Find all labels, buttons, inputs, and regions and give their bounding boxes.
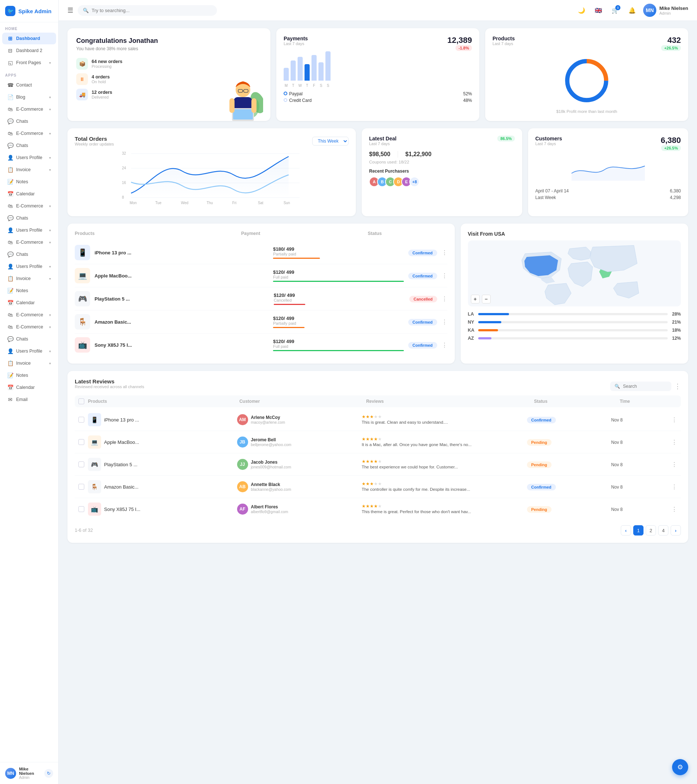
menu-icon[interactable]: ☰ bbox=[67, 6, 73, 14]
row-more-options[interactable]: ⋮ bbox=[442, 318, 447, 326]
sidebar-item-ecommerce1[interactable]: 🛍 E-Commerce ▾ bbox=[2, 103, 56, 115]
row-more-options[interactable]: ⋮ bbox=[442, 249, 447, 256]
logo-icon: 🐦 bbox=[5, 6, 15, 16]
sidebar-item-invoice2[interactable]: 📋 Invoice ▾ bbox=[2, 273, 56, 285]
reviews-more-options[interactable]: ⋮ bbox=[674, 382, 681, 390]
sidebar-item-chats1[interactable]: 💬 Chats bbox=[2, 115, 56, 127]
reviews-search-input[interactable] bbox=[623, 384, 667, 389]
page-1-button[interactable]: 1 bbox=[633, 525, 643, 535]
customer-info: Jerome Bell belljerome@yahoo.com bbox=[251, 437, 291, 447]
payments-header: Payments Last 7 days 12,389 -1.8% bbox=[284, 36, 472, 51]
payment-amount: $180/ 499 bbox=[273, 246, 403, 252]
sidebar-user-refresh-button[interactable]: ↻ bbox=[44, 769, 53, 778]
page-4-button[interactable]: 4 bbox=[658, 525, 668, 535]
sidebar-item-ecommerce4[interactable]: 🛍 E-Commerce ▾ bbox=[2, 236, 56, 248]
sidebar-item-chats2[interactable]: 💬 Chats bbox=[2, 140, 56, 152]
deal-divider bbox=[398, 151, 398, 158]
row-more-options[interactable]: ⋮ bbox=[442, 295, 447, 302]
chevron-down-icon: ▾ bbox=[49, 95, 51, 99]
row-more-options[interactable]: ⋮ bbox=[671, 439, 677, 446]
week-selector[interactable]: This Week Last Week bbox=[312, 137, 348, 145]
order-hold-icon: ⏸ bbox=[76, 73, 88, 85]
purchasers-label: Recent Purchasers bbox=[369, 169, 515, 174]
products-value-group: 432 +26.5% bbox=[661, 36, 681, 51]
zoom-out-button[interactable]: − bbox=[482, 295, 491, 303]
sidebar-item-notes3[interactable]: 📝 Notes bbox=[2, 369, 56, 381]
product-image: 📺 bbox=[88, 502, 101, 516]
review-time: Nov 8 bbox=[611, 462, 668, 467]
search-bar[interactable]: 🔍 bbox=[78, 5, 217, 16]
star: ★ bbox=[378, 504, 382, 509]
sidebar-item-front-pages[interactable]: ◱ Front Pages ▾ bbox=[2, 57, 56, 69]
row-checkbox[interactable] bbox=[79, 461, 84, 467]
sidebar-item-contact[interactable]: ☎ Contact bbox=[2, 79, 56, 91]
sidebar-item-calendar3[interactable]: 📅 Calendar bbox=[2, 382, 56, 393]
pagination-prev[interactable]: ‹ bbox=[621, 525, 631, 535]
sidebar-item-ecommerce2[interactable]: 🛍 E-Commerce ▾ bbox=[2, 128, 56, 139]
fab-settings[interactable]: ⚙ bbox=[672, 759, 688, 775]
sidebar-item-invoice3[interactable]: 📋 Invoice ▾ bbox=[2, 357, 56, 369]
product-image: 🪑 bbox=[88, 480, 101, 493]
sidebar-item-notes2[interactable]: 📝 Notes bbox=[2, 285, 56, 296]
sidebar-logo[interactable]: 🐦 Spike Admin bbox=[0, 0, 58, 22]
latest-deal-badge: 86.5% bbox=[497, 136, 515, 142]
star: ★ bbox=[362, 459, 366, 464]
sidebar-item-email[interactable]: ✉ Email bbox=[2, 394, 56, 405]
cart-icon-button[interactable]: 🛒 0 bbox=[610, 4, 621, 16]
sidebar-item-label: E-Commerce bbox=[16, 131, 46, 136]
sidebar-item-users-profile2[interactable]: 👤 Users Profile ▾ bbox=[2, 224, 56, 236]
sidebar-user[interactable]: MN Mike Nielsen Admin ↻ bbox=[0, 762, 58, 784]
sidebar-item-chats4[interactable]: 💬 Chats bbox=[2, 249, 56, 260]
users-profile-icon: 👤 bbox=[7, 155, 13, 161]
chart-x-label: S bbox=[319, 84, 324, 87]
map-stat-percent: 21% bbox=[671, 320, 681, 325]
row-checkbox[interactable] bbox=[79, 417, 84, 423]
customers-card: Customers Last 7 days 6,380 +26.5% April… bbox=[528, 128, 688, 216]
row-more-options[interactable]: ⋮ bbox=[442, 342, 447, 349]
select-all-checkbox[interactable] bbox=[79, 399, 84, 404]
sidebar-item-label: E-Commerce bbox=[16, 240, 46, 245]
table-row: 🎮 PlayStation 5 ... JJ Jacob Jones jones… bbox=[75, 453, 681, 476]
row-more-options[interactable]: ⋮ bbox=[442, 272, 447, 279]
row-more-options[interactable]: ⋮ bbox=[671, 506, 677, 513]
products-table-header: Products Payment Status bbox=[75, 231, 447, 236]
sidebar-item-ecommerce6[interactable]: 🛍 E-Commerce ▾ bbox=[2, 321, 56, 333]
status-badge: Confirmed bbox=[527, 417, 556, 423]
page-2-button[interactable]: 2 bbox=[646, 525, 656, 535]
search-input[interactable] bbox=[92, 8, 212, 13]
row-checkbox[interactable] bbox=[79, 484, 84, 490]
zoom-in-button[interactable]: + bbox=[471, 295, 480, 303]
product-name: iPhone 13 pro ... bbox=[104, 417, 139, 423]
sidebar-item-ecommerce3[interactable]: 🛍 E-Commerce ▾ bbox=[2, 200, 56, 212]
row-checkbox[interactable] bbox=[79, 506, 84, 512]
sidebar-item-users-profile4[interactable]: 👤 Users Profile ▾ bbox=[2, 345, 56, 357]
sidebar-item-label: Chats bbox=[16, 119, 51, 124]
svg-text:Sun: Sun bbox=[284, 201, 290, 205]
language-selector[interactable]: 🇬🇧 bbox=[593, 4, 604, 16]
sidebar-item-users-profile3[interactable]: 👤 Users Profile ▾ bbox=[2, 260, 56, 272]
sidebar-item-blog[interactable]: 📄 Blog ▾ bbox=[2, 91, 56, 103]
row-more-options[interactable]: ⋮ bbox=[671, 483, 677, 491]
sidebar-item-chats5[interactable]: 💬 Chats bbox=[2, 333, 56, 345]
sidebar-item-invoice1[interactable]: 📋 Invoice ▾ bbox=[2, 164, 56, 176]
sidebar-item-dashboard[interactable]: ⊞ Dashboard bbox=[2, 33, 56, 44]
star: ★ bbox=[374, 504, 378, 509]
row-checkbox[interactable] bbox=[79, 439, 84, 445]
pagination-next[interactable]: › bbox=[671, 525, 681, 535]
sidebar-item-dashboard2[interactable]: ⊟ Dashboard 2 bbox=[2, 45, 56, 56]
sidebar-item-calendar1[interactable]: 📅 Calendar bbox=[2, 188, 56, 200]
topbar-user[interactable]: MN Mike Nielsen Admin bbox=[643, 4, 688, 17]
sidebar-item-ecommerce5[interactable]: 🛍 E-Commerce ▾ bbox=[2, 309, 56, 321]
reviews-search-bar[interactable]: 🔍 bbox=[610, 382, 671, 391]
sidebar-item-chats3[interactable]: 💬 Chats bbox=[2, 212, 56, 224]
sidebar-item-label: Chats bbox=[16, 143, 51, 148]
row-more-options[interactable]: ⋮ bbox=[671, 461, 677, 468]
map-stat-label: AZ bbox=[468, 336, 475, 341]
dark-mode-toggle[interactable]: 🌙 bbox=[576, 4, 587, 16]
sidebar-item-notes1[interactable]: 📝 Notes bbox=[2, 176, 56, 188]
col-header-status: Status bbox=[534, 399, 616, 404]
sidebar-item-calendar2[interactable]: 📅 Calendar bbox=[2, 297, 56, 309]
notification-bell[interactable]: 🔔 bbox=[626, 4, 638, 16]
row-more-options[interactable]: ⋮ bbox=[671, 417, 677, 423]
sidebar-item-users-profile1[interactable]: 👤 Users Profile ▾ bbox=[2, 152, 56, 163]
